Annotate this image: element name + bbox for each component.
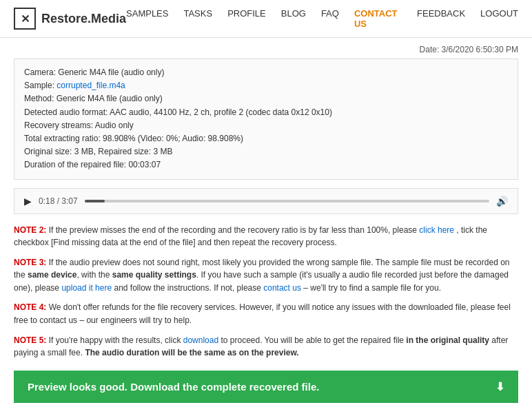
date-row: Date: 3/6/2020 6:50:30 PM (14, 45, 518, 54)
audio-progress-bar[interactable] (85, 200, 489, 202)
note-2-link[interactable]: click here (419, 225, 454, 235)
note-4-label: NOTE 4: (14, 302, 46, 312)
nav-logout[interactable]: LOGOUT (480, 8, 518, 29)
header: ✕ Restore.Media SAMPLES TASKS PROFILE BL… (0, 0, 532, 38)
main-content: Date: 3/6/2020 6:50:30 PM Camera: Generi… (0, 38, 532, 405)
info-detected: Detected audio format: AAC audio, 44100 … (24, 106, 508, 119)
note-3: NOTE 3: If the audio preview does not so… (14, 256, 518, 295)
note-2-text-before: If the preview misses the end of the rec… (49, 225, 420, 235)
nav-samples[interactable]: SAMPLES (126, 8, 168, 29)
info-sample: Sample: corrupted_file.m4a (24, 79, 508, 92)
nav-tasks[interactable]: TASKS (183, 8, 212, 29)
note-5: NOTE 5: If you're happy with the results… (14, 334, 518, 360)
action-buttons: Preview looks good. Download the complet… (14, 371, 518, 405)
info-size: Original size: 3 MB, Repaired size: 3 MB (24, 145, 508, 158)
note-2-label: NOTE 2: (14, 225, 46, 235)
nav-feedback[interactable]: FEEDBACK (417, 8, 465, 29)
logo-icon: ✕ (14, 8, 36, 30)
note-4-text: We don't offer refunds for the file reco… (14, 302, 511, 325)
nav-blog[interactable]: BLOG (281, 8, 306, 29)
nav-profile[interactable]: PROFILE (227, 8, 266, 29)
info-duration: Duration of the repaired file: 00:03:07 (24, 158, 508, 172)
logo-area: ✕ Restore.Media (14, 8, 126, 30)
volume-icon[interactable]: 🔊 (496, 196, 508, 207)
info-box: Camera: Generic M4A file (audio only) Sa… (14, 59, 518, 180)
nav-contact[interactable]: CONTACT US (354, 8, 402, 29)
note-3-label: NOTE 3: (14, 258, 46, 267)
download-button[interactable]: Preview looks good. Download the complet… (14, 371, 518, 403)
note-5-download-link[interactable]: download (183, 335, 218, 345)
info-total: Total extracting ratio: 98.908% (Video: … (24, 132, 508, 145)
info-camera: Camera: Generic M4A file (audio only) (24, 66, 508, 79)
note-3-text-mid: and follow the instructions. If not, ple… (114, 283, 263, 293)
audio-progress-fill (85, 200, 105, 202)
nav-faq[interactable]: FAQ (321, 8, 339, 29)
info-method: Method: Generic M4A file (audio only) (24, 92, 508, 105)
date-text: Date: 3/6/2020 6:50:30 PM (420, 45, 518, 54)
notes-section: NOTE 2: If the preview misses the end of… (14, 224, 518, 360)
download-button-label: Preview looks good. Download the complet… (28, 381, 319, 393)
note-5-text-before: If you're happy with the results, click (49, 335, 183, 345)
audio-time: 0:18 / 3:07 (39, 196, 78, 206)
note-3-text-end: – we'll try to find a sample file for yo… (303, 283, 441, 293)
download-icon: ⬇ (495, 380, 504, 393)
info-recovery: Recovery streams: Audio only (24, 119, 508, 132)
note-5-label: NOTE 5: (14, 335, 46, 345)
logo-text: Restore.Media (41, 12, 126, 26)
note-2: NOTE 2: If the preview misses the end of… (14, 224, 518, 249)
note-4: NOTE 4: We don't offer refunds for the f… (14, 301, 518, 326)
play-button[interactable]: ▶ (24, 196, 32, 207)
audio-player: ▶ 0:18 / 3:07 🔊 (14, 188, 518, 214)
note-3-link1[interactable]: upload it here (61, 283, 112, 293)
main-nav: SAMPLES TASKS PROFILE BLOG FAQ CONTACT U… (126, 8, 518, 29)
note-3-link2[interactable]: contact us (263, 283, 301, 293)
info-sample-link[interactable]: corrupted_file.m4a (57, 81, 125, 90)
